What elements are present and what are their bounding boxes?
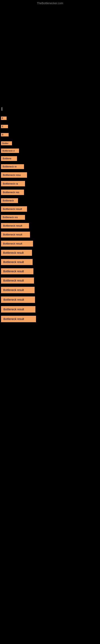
bottleneck-result-4[interactable]: Bottler bbox=[1, 141, 12, 145]
result-row-10: Bottleneck res bbox=[0, 190, 100, 196]
result-row-7: Bottleneck re bbox=[0, 164, 100, 170]
result-row-23: Bottleneck result bbox=[0, 306, 100, 313]
result-row-11: Bottleneck bbox=[0, 198, 100, 204]
label-section: | bbox=[0, 105, 100, 113]
result-row-5: Bottleneck d bbox=[0, 148, 100, 154]
page-wrapper: TheBottlenecker.com | B E B Bottler Bott… bbox=[0, 0, 100, 323]
bottleneck-result-22[interactable]: Bottleneck result bbox=[1, 296, 35, 303]
bottleneck-result-11[interactable]: Bottleneck bbox=[1, 198, 18, 203]
bottleneck-result-12[interactable]: Bottleneck result bbox=[1, 206, 27, 212]
bottleneck-result-9[interactable]: Bottleneck ra bbox=[1, 181, 25, 186]
results-container: B E B Bottler Bottleneck d Bottlene Bott… bbox=[0, 113, 100, 323]
bottleneck-result-13[interactable]: Bottleneck res bbox=[1, 215, 25, 220]
bottleneck-result-10[interactable]: Bottleneck res bbox=[1, 190, 24, 195]
bottleneck-result-24[interactable]: Bottleneck result bbox=[1, 316, 36, 322]
result-row-19: Bottleneck result bbox=[0, 268, 100, 275]
result-row-21: Bottleneck result bbox=[0, 287, 100, 294]
result-row-3: B bbox=[0, 133, 100, 137]
result-row-20: Bottleneck result bbox=[0, 278, 100, 284]
result-row-2: E bbox=[0, 125, 100, 129]
bottleneck-result-23[interactable]: Bottleneck result bbox=[1, 306, 35, 312]
result-row-15: Bottleneck result bbox=[0, 232, 100, 238]
site-title: TheBottlenecker.com bbox=[37, 2, 63, 5]
bottleneck-result-2[interactable]: E bbox=[1, 125, 8, 128]
bottleneck-result-18[interactable]: Bottleneck result bbox=[1, 259, 33, 265]
bottleneck-result-7[interactable]: Bottleneck re bbox=[1, 164, 24, 169]
bottleneck-result-6[interactable]: Bottlene bbox=[1, 156, 17, 161]
result-row-8: Bottleneck resu bbox=[0, 172, 100, 178]
bottleneck-result-17[interactable]: Bottleneck result bbox=[1, 250, 32, 256]
bottleneck-result-5[interactable]: Bottleneck d bbox=[1, 148, 19, 153]
result-row-13: Bottleneck res bbox=[0, 215, 100, 220]
result-row-1: B bbox=[0, 116, 100, 121]
result-row-16: Bottleneck result bbox=[0, 241, 100, 247]
bottleneck-result-19[interactable]: Bottleneck result bbox=[1, 268, 33, 274]
bottleneck-result-1[interactable]: B bbox=[1, 116, 7, 120]
bottleneck-result-3[interactable]: B bbox=[1, 133, 9, 136]
bottleneck-result-21[interactable]: Bottleneck result bbox=[1, 287, 35, 293]
result-row-9: Bottleneck ra bbox=[0, 181, 100, 187]
result-row-4: Bottler bbox=[0, 141, 100, 146]
result-row-18: Bottleneck result bbox=[0, 259, 100, 266]
result-row-24: Bottleneck result bbox=[0, 316, 100, 323]
bottleneck-result-16[interactable]: Bottleneck result bbox=[1, 241, 33, 246]
bottleneck-result-14[interactable]: Bottleneck result bbox=[1, 223, 29, 228]
section-label: | bbox=[1, 106, 3, 112]
bottleneck-result-15[interactable]: Bottleneck result bbox=[1, 232, 30, 238]
result-row-22: Bottleneck result bbox=[0, 296, 100, 304]
top-visualization bbox=[0, 0, 100, 105]
result-row-14: Bottleneck result bbox=[0, 223, 100, 229]
result-row-17: Bottleneck result bbox=[0, 250, 100, 256]
result-row-6: Bottlene bbox=[0, 156, 100, 162]
bottleneck-result-8[interactable]: Bottleneck resu bbox=[1, 172, 27, 178]
result-row-12: Bottleneck result bbox=[0, 206, 100, 212]
bottleneck-result-20[interactable]: Bottleneck result bbox=[1, 278, 34, 284]
